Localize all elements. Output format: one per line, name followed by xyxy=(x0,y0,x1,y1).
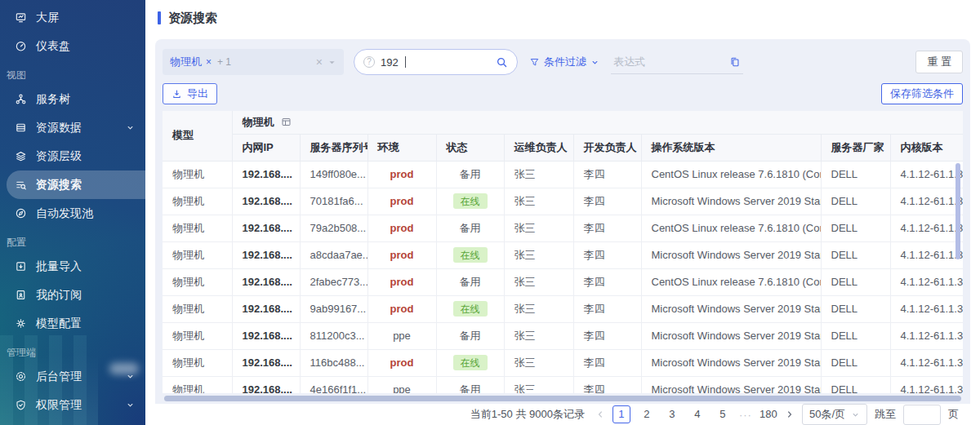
sidebar-item-permissions[interactable]: 权限管理 xyxy=(0,391,145,419)
column-header: 环境 xyxy=(368,134,436,161)
sidebar-item-batch-import[interactable]: 批量导入 xyxy=(0,252,145,281)
cell-vendor: DELL xyxy=(821,322,890,349)
main-content: 资源搜索 物理机 × + 1 × ? 192 xyxy=(145,0,980,425)
cell-os: Microsoft Windows Server 2019 Stan... xyxy=(641,322,821,349)
table-row[interactable]: 物理机192.168....79a2b508...prod备用张三李四CentO… xyxy=(163,215,963,241)
page-number-5[interactable]: 5 xyxy=(714,405,732,423)
cell-model: 物理机 xyxy=(163,188,232,215)
save-filter-button[interactable]: 保存筛选条件 xyxy=(881,83,963,104)
sidebar-item-label: 资源层级 xyxy=(36,149,82,164)
condition-filter-button[interactable]: 条件过滤 xyxy=(528,55,601,69)
sidebar-item-dashboard[interactable]: 仪表盘 xyxy=(0,32,145,60)
model-select[interactable]: 物理机 × + 1 × xyxy=(163,49,344,75)
page-number-4[interactable]: 4 xyxy=(688,405,706,423)
cell-env: prod xyxy=(368,349,436,376)
export-button[interactable]: 导出 xyxy=(163,83,217,104)
select-controls: × xyxy=(316,55,336,69)
cell-dev: 李四 xyxy=(573,161,641,188)
table-row[interactable]: 物理机192.168....811200c3...ppe备用张三李四Micros… xyxy=(163,322,963,349)
page-size-value: 50条/页 xyxy=(809,407,845,422)
sidebar-item-backend-admin[interactable]: 后台管理 xyxy=(0,362,145,391)
vertical-scrollbar[interactable] xyxy=(956,163,960,259)
prev-page-button[interactable] xyxy=(595,410,605,419)
cell-ops: 张三 xyxy=(504,322,573,349)
sidebar-item-model-config[interactable]: 模型配置 xyxy=(0,309,145,338)
page-number-3[interactable]: 3 xyxy=(663,405,681,423)
column-header: 服务器序列号 xyxy=(300,134,368,161)
cell-ops: 张三 xyxy=(504,295,573,322)
cell-ip: 192.168.... xyxy=(232,241,300,268)
cell-serial: 70181fa6... xyxy=(300,188,368,215)
table-row[interactable]: 物理机192.168....9ab99167...prod在线张三李四Micro… xyxy=(163,295,963,322)
tag-close-icon[interactable]: × xyxy=(206,56,212,68)
search-icon[interactable] xyxy=(496,56,508,69)
sidebar-item-label: 资源搜索 xyxy=(36,178,82,193)
help-circle-icon: ? xyxy=(363,56,375,68)
cell-ip: 192.168.... xyxy=(232,376,300,393)
cell-ops: 张三 xyxy=(504,376,573,393)
expression-placeholder: 表达式 xyxy=(613,55,645,69)
table-row[interactable]: 物理机192.168....149ff080e...prod备用张三李四Cent… xyxy=(163,161,963,188)
layers-icon xyxy=(15,150,27,162)
cell-model: 物理机 xyxy=(163,349,232,376)
copy-icon[interactable] xyxy=(729,56,741,68)
sidebar-item-discovery-pool[interactable]: 自动发现池 xyxy=(0,199,145,228)
table-row[interactable]: 物理机192.168....a8cdaa7ae...prod在线张三李四Micr… xyxy=(163,241,963,268)
cell-status: 备用 xyxy=(436,268,504,295)
search-input[interactable]: ? 192 xyxy=(354,49,518,75)
table-config-icon[interactable] xyxy=(281,117,292,127)
cell-vendor: DELL xyxy=(821,295,890,322)
cell-dev: 李四 xyxy=(573,268,641,295)
cell-ops: 张三 xyxy=(504,241,573,268)
sidebar-item-resource-data[interactable]: 资源数据 xyxy=(0,113,145,142)
select-clear-icon[interactable]: × xyxy=(316,55,323,69)
reset-button[interactable]: 重 置 xyxy=(915,51,963,73)
chevron-left-icon xyxy=(595,410,605,419)
horizontal-scrollbar[interactable] xyxy=(164,396,961,401)
table-row[interactable]: 物理机192.168....2fabec773...prod备用张三李四Cent… xyxy=(163,268,963,295)
select-chevron-icon[interactable] xyxy=(327,58,336,67)
sidebar-item-label: 自动发现池 xyxy=(36,206,93,221)
cell-dev: 李四 xyxy=(573,188,641,215)
table-row[interactable]: 物理机192.168....116bc488...prod在线张三李四Micro… xyxy=(163,349,963,376)
cell-model: 物理机 xyxy=(163,376,232,393)
sidebar-item-resource-levels[interactable]: 资源层级 xyxy=(0,142,145,170)
cell-ip: 192.168.... xyxy=(232,215,300,241)
filter-row: 物理机 × + 1 × ? 192 条件过滤 表达式 xyxy=(163,49,963,75)
cell-ip: 192.168.... xyxy=(232,349,300,376)
cell-ip: 192.168.... xyxy=(232,322,300,349)
group-header-label: 物理机 xyxy=(243,115,274,130)
sidebar-item-service-tree[interactable]: 服务树 xyxy=(0,85,145,113)
cell-env: prod xyxy=(368,295,436,322)
sidebar-item-resource-search[interactable]: 资源搜索 xyxy=(7,170,145,199)
reset-label: 重 置 xyxy=(927,55,951,69)
cell-env: ppe xyxy=(368,322,436,349)
search-list-icon xyxy=(15,179,27,191)
sidebar-item-subscriptions[interactable]: 我的订阅 xyxy=(0,281,145,309)
next-page-button[interactable] xyxy=(785,410,795,419)
table-row[interactable]: 物理机192.168....4e166f1f1...ppe备用张三李四Micro… xyxy=(163,376,963,393)
sidebar-item-bigscreen[interactable]: 大屏 xyxy=(0,3,145,32)
expression-input[interactable]: 表达式 xyxy=(611,50,743,74)
page-number-2[interactable]: 2 xyxy=(638,405,656,423)
model-tag: 物理机 × xyxy=(170,55,212,69)
title-accent-bar xyxy=(158,11,161,24)
cell-model: 物理机 xyxy=(163,322,232,349)
table-row[interactable]: 物理机192.168....70181fa6...prod在线张三李四Micro… xyxy=(163,188,963,215)
cell-env: prod xyxy=(368,161,436,188)
page-size-select[interactable]: 50条/页 xyxy=(802,404,867,425)
cell-ip: 192.168.... xyxy=(232,188,300,215)
page-number-1[interactable]: 1 xyxy=(612,405,630,423)
cell-os: Microsoft Windows Server 2019 Stan... xyxy=(641,376,821,393)
last-page-button[interactable]: 180 xyxy=(760,405,777,423)
cell-ops: 张三 xyxy=(504,268,573,295)
cell-kernel: 4.1.12-61.1.33. xyxy=(890,295,963,322)
cell-vendor: DELL xyxy=(821,215,890,241)
save-filter-label: 保存筛选条件 xyxy=(890,86,954,101)
jump-page-input[interactable] xyxy=(903,405,941,425)
compass-icon xyxy=(15,207,27,219)
bookmark-icon xyxy=(15,289,27,301)
cell-env: prod xyxy=(368,215,436,241)
actions-row: 导出 保存筛选条件 xyxy=(163,83,963,104)
pagination-ellipsis[interactable]: ··· xyxy=(739,409,752,421)
